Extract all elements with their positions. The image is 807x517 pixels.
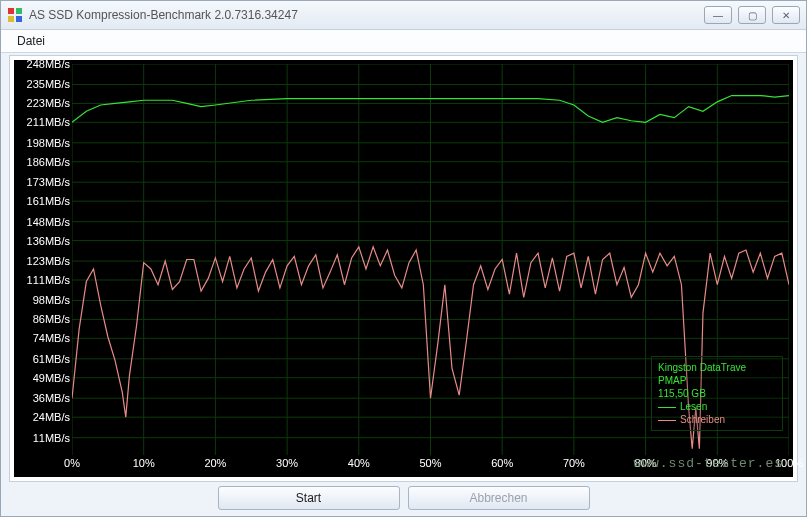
minimize-button[interactable]: —	[704, 6, 732, 24]
legend-device-line1: Kingston DataTrave	[658, 361, 776, 374]
y-tick-label: 223MB/s	[27, 97, 70, 109]
y-tick-label: 148MB/s	[27, 216, 70, 228]
x-tick-label: 20%	[204, 457, 226, 469]
x-tick-label: 40%	[348, 457, 370, 469]
legend-read: Lesen	[658, 400, 776, 413]
legend-capacity: 115,50 GB	[658, 387, 776, 400]
y-tick-label: 11MB/s	[33, 432, 70, 444]
maximize-button[interactable]: ▢	[738, 6, 766, 24]
button-bar: Start Abbrechen	[1, 486, 806, 512]
menu-bar: Datei	[1, 30, 806, 53]
y-tick-label: 248MB/s	[27, 58, 70, 70]
app-icon	[7, 7, 23, 23]
app-window: AS SSD Kompression-Benchmark 2.0.7316.34…	[0, 0, 807, 517]
x-tick-label: 0%	[64, 457, 80, 469]
x-tick-label: 60%	[491, 457, 513, 469]
y-tick-label: 123MB/s	[27, 255, 70, 267]
y-axis-labels: 11MB/s24MB/s36MB/s49MB/s61MB/s74MB/s86MB…	[16, 64, 72, 455]
y-tick-label: 198MB/s	[27, 137, 70, 149]
y-tick-label: 186MB/s	[27, 156, 70, 168]
x-tick-label: 70%	[563, 457, 585, 469]
abbrechen-button: Abbrechen	[408, 486, 590, 510]
content-panel: 11MB/s24MB/s36MB/s49MB/s61MB/s74MB/s86MB…	[9, 55, 798, 482]
x-tick-label: 30%	[276, 457, 298, 469]
y-tick-label: 61MB/s	[33, 353, 70, 365]
x-tick-label: 50%	[419, 457, 441, 469]
y-tick-label: 24MB/s	[33, 411, 70, 423]
y-tick-label: 36MB/s	[33, 392, 70, 404]
y-tick-label: 211MB/s	[27, 116, 70, 128]
start-button[interactable]: Start	[218, 486, 400, 510]
window-title: AS SSD Kompression-Benchmark 2.0.7316.34…	[29, 8, 704, 22]
y-tick-label: 86MB/s	[33, 313, 70, 325]
watermark: www.ssd-tester.es	[633, 456, 783, 471]
chart-area: 11MB/s24MB/s36MB/s49MB/s61MB/s74MB/s86MB…	[14, 60, 793, 477]
y-tick-label: 98MB/s	[33, 294, 70, 306]
titlebar[interactable]: AS SSD Kompression-Benchmark 2.0.7316.34…	[1, 1, 806, 30]
plot-area: Kingston DataTrave PMAP 115,50 GB Lesen …	[72, 64, 789, 455]
y-tick-label: 111MB/s	[27, 274, 70, 286]
y-tick-label: 74MB/s	[33, 332, 70, 344]
y-tick-label: 173MB/s	[27, 176, 70, 188]
y-tick-label: 49MB/s	[33, 372, 70, 384]
close-button[interactable]: ✕	[772, 6, 800, 24]
menu-datei[interactable]: Datei	[9, 32, 53, 50]
legend-box: Kingston DataTrave PMAP 115,50 GB Lesen …	[651, 356, 783, 431]
legend-device-line2: PMAP	[658, 374, 776, 387]
y-tick-label: 136MB/s	[27, 235, 70, 247]
x-tick-label: 10%	[133, 457, 155, 469]
window-controls: — ▢ ✕	[704, 6, 800, 24]
legend-write: Schreiben	[658, 413, 776, 426]
y-tick-label: 161MB/s	[27, 195, 70, 207]
y-tick-label: 235MB/s	[27, 78, 70, 90]
